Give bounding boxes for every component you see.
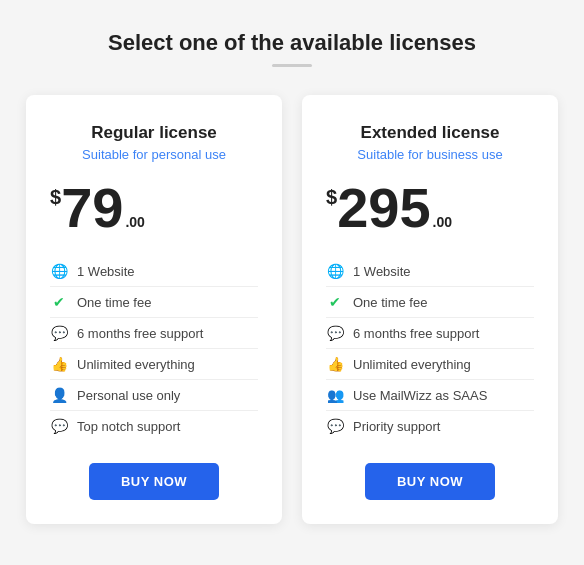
feature-text-extended-3: Unlimited everything — [353, 357, 471, 372]
feature-text-regular-5: Top notch support — [77, 419, 180, 434]
feature-text-extended-4: Use MailWizz as SAAS — [353, 388, 487, 403]
feature-text-extended-0: 1 Website — [353, 264, 411, 279]
feature-text-regular-3: Unlimited everything — [77, 357, 195, 372]
feature-icon-regular-2: 💬 — [50, 325, 68, 341]
feature-icon-extended-4: 👥 — [326, 387, 344, 403]
license-subtitle-extended: Suitable for business use — [326, 147, 534, 162]
card-extended: Extended license Suitable for business u… — [302, 95, 558, 524]
price-block-regular: $ 79 .00 — [50, 180, 258, 236]
feature-item-regular-2: 💬 6 months free support — [50, 318, 258, 349]
price-cents-extended: .00 — [433, 214, 452, 230]
page-title: Select one of the available licenses — [108, 30, 476, 56]
feature-item-regular-0: 🌐 1 Website — [50, 256, 258, 287]
feature-item-extended-1: ✔ One time fee — [326, 287, 534, 318]
feature-text-regular-0: 1 Website — [77, 264, 135, 279]
card-regular: Regular license Suitable for personal us… — [26, 95, 282, 524]
buy-button-extended[interactable]: BUY NOW — [365, 463, 495, 500]
price-main-regular: 79 — [61, 180, 123, 236]
features-list-extended: 🌐 1 Website ✔ One time fee 💬 6 months fr… — [326, 256, 534, 441]
price-block-extended: $ 295 .00 — [326, 180, 534, 236]
license-subtitle-regular: Suitable for personal use — [50, 147, 258, 162]
feature-icon-extended-1: ✔ — [326, 294, 344, 310]
feature-icon-extended-3: 👍 — [326, 356, 344, 372]
feature-text-regular-4: Personal use only — [77, 388, 180, 403]
cards-container: Regular license Suitable for personal us… — [20, 95, 564, 524]
title-divider — [272, 64, 312, 67]
feature-item-extended-5: 💬 Priority support — [326, 411, 534, 441]
feature-text-regular-1: One time fee — [77, 295, 151, 310]
license-name-extended: Extended license — [326, 123, 534, 143]
price-main-extended: 295 — [337, 180, 430, 236]
feature-item-regular-4: 👤 Personal use only — [50, 380, 258, 411]
feature-text-extended-2: 6 months free support — [353, 326, 479, 341]
price-cents-regular: .00 — [125, 214, 144, 230]
feature-item-regular-3: 👍 Unlimited everything — [50, 349, 258, 380]
feature-item-extended-2: 💬 6 months free support — [326, 318, 534, 349]
feature-text-extended-5: Priority support — [353, 419, 440, 434]
feature-text-regular-2: 6 months free support — [77, 326, 203, 341]
feature-icon-regular-0: 🌐 — [50, 263, 68, 279]
feature-icon-regular-3: 👍 — [50, 356, 68, 372]
feature-icon-regular-1: ✔ — [50, 294, 68, 310]
feature-icon-extended-0: 🌐 — [326, 263, 344, 279]
feature-text-extended-1: One time fee — [353, 295, 427, 310]
feature-item-extended-0: 🌐 1 Website — [326, 256, 534, 287]
price-dollar-extended: $ — [326, 186, 337, 209]
feature-icon-extended-2: 💬 — [326, 325, 344, 341]
feature-icon-extended-5: 💬 — [326, 418, 344, 434]
feature-icon-regular-4: 👤 — [50, 387, 68, 403]
feature-item-extended-4: 👥 Use MailWizz as SAAS — [326, 380, 534, 411]
buy-button-regular[interactable]: BUY NOW — [89, 463, 219, 500]
feature-item-extended-3: 👍 Unlimited everything — [326, 349, 534, 380]
feature-item-regular-1: ✔ One time fee — [50, 287, 258, 318]
feature-icon-regular-5: 💬 — [50, 418, 68, 434]
features-list-regular: 🌐 1 Website ✔ One time fee 💬 6 months fr… — [50, 256, 258, 441]
license-name-regular: Regular license — [50, 123, 258, 143]
price-dollar-regular: $ — [50, 186, 61, 209]
feature-item-regular-5: 💬 Top notch support — [50, 411, 258, 441]
